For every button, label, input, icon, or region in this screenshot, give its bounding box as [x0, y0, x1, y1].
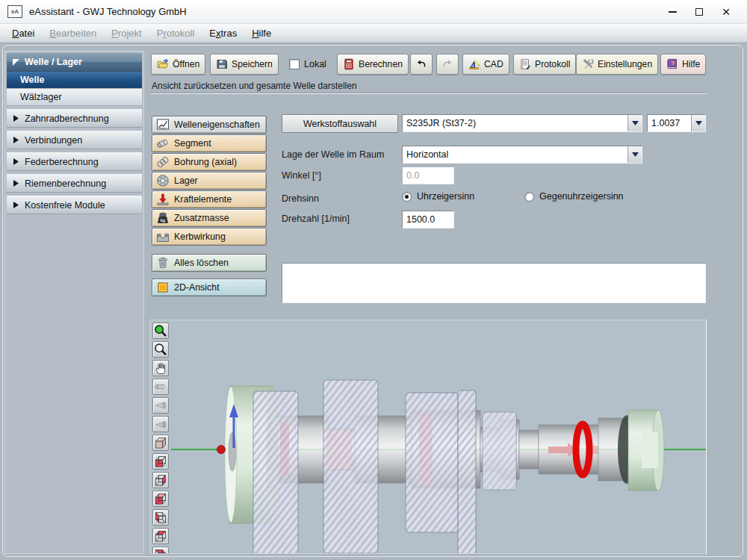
undo-button[interactable]: [410, 54, 433, 75]
sidebar-item-welle[interactable]: Welle: [7, 72, 142, 89]
pan-button[interactable]: [152, 360, 169, 376]
radio-icon[interactable]: [402, 192, 412, 202]
sidebar-section-federberechnung[interactable]: Federberechnung: [7, 152, 142, 171]
redo-icon: [441, 58, 453, 70]
help-button[interactable]: ? Hilfe: [660, 54, 706, 75]
close-button[interactable]: ×: [713, 1, 740, 23]
menu-item-datei[interactable]: Datei: [4, 25, 42, 41]
chevron-down-icon[interactable]: [627, 115, 642, 131]
material-select-button[interactable]: Werkstoffauswahl: [282, 114, 398, 133]
cylinder-icon: [156, 137, 170, 150]
triangle-collapsed-icon: [12, 158, 19, 165]
sidebar-section-verbindungen[interactable]: Verbindungen: [7, 131, 142, 149]
material-number-dropdown[interactable]: 1.0037: [647, 114, 706, 132]
tool-button-label: Welleneigenschaften: [174, 119, 260, 130]
radio-icon[interactable]: [524, 192, 534, 202]
sidebar-item-label: Wälzlager: [20, 92, 62, 102]
info-textarea[interactable]: [282, 263, 706, 303]
menu-item-extras[interactable]: Extras: [202, 25, 244, 41]
cube-top-button[interactable]: [152, 528, 169, 544]
sidebar-section-riemenberechnung[interactable]: Riemenberechnung: [7, 174, 142, 193]
sidebar-item-waelzlager[interactable]: Wälzlager: [7, 89, 142, 106]
origin-marker: [217, 446, 226, 454]
zoom-all-button[interactable]: [152, 323, 169, 339]
cube-front-b-button[interactable]: [152, 491, 169, 507]
cube-top-icon: [153, 529, 168, 544]
chart-icon: [156, 118, 170, 131]
triangle-collapsed-icon: [12, 137, 19, 143]
redo-button: [436, 54, 459, 75]
square2d-icon: [156, 281, 170, 294]
chevron-down-icon[interactable]: [627, 146, 642, 163]
sidebar: Welle / LagerWelleWälzlagerZahnradberech…: [4, 51, 144, 554]
rotation-option-ccw[interactable]: Gegenuhrzeigersinn: [524, 191, 624, 202]
maximize-button[interactable]: [686, 1, 713, 23]
triangle-collapsed-icon: [12, 180, 19, 187]
cube-right-button[interactable]: [152, 472, 169, 488]
chevron-down-icon[interactable]: [691, 115, 705, 131]
mass-icon: kg: [156, 211, 170, 225]
cylinder-view-icon: [153, 379, 168, 394]
window-controls: ×: [659, 1, 740, 23]
help-book-icon: ?: [666, 58, 678, 70]
lokal-checkbox[interactable]: [289, 59, 300, 69]
cube-left-button[interactable]: [152, 509, 169, 526]
cad-button[interactable]: CAD: [462, 54, 509, 75]
sidebar-section-kostenfreie-module[interactable]: Kostenfreie Module: [7, 196, 142, 214]
cone-right-button[interactable]: [152, 397, 169, 414]
cone-left-button[interactable]: [152, 416, 169, 432]
cube-front-button[interactable]: [152, 453, 169, 470]
cube-right-icon: [153, 473, 168, 488]
menu-bar: DateiBearbeitenProjektProtokollExtrasHil…: [0, 24, 747, 43]
angle-field: 0.0: [402, 167, 454, 184]
sidebar-section-label: Zahnradberechnung: [25, 113, 109, 124]
tool-button-label: Kerbwirkung: [174, 231, 226, 242]
speed-field[interactable]: 1500.0: [402, 211, 454, 228]
tools-settings-icon: [582, 58, 594, 70]
cad-drafting-icon: [468, 58, 480, 70]
open-button[interactable]: Öffnen: [151, 54, 205, 75]
calculate-button[interactable]: Berechnen: [337, 54, 409, 75]
orientation-dropdown[interactable]: Horizontal: [402, 146, 642, 164]
cylinder-view-button[interactable]: [152, 379, 169, 395]
sidebar-section-label: Kostenfreie Module: [25, 200, 105, 211]
tool-button-welleneigenschaften[interactable]: Welleneigenschaften: [152, 116, 267, 134]
menu-item-protokoll: Protokoll: [149, 25, 202, 41]
tool-button-2d-ansicht[interactable]: 2D-Ansicht: [152, 279, 267, 296]
minimize-button[interactable]: [659, 1, 686, 23]
toolbar-divider: [151, 93, 707, 94]
window-title: eAssistant - GWJ Technology GmbH: [29, 6, 187, 17]
tool-button-alles-loeschen[interactable]: Alles löschen: [152, 254, 267, 272]
coil-icon: [156, 155, 170, 169]
shaft-3d-scene[interactable]: [171, 320, 707, 554]
zoom-window-button[interactable]: [152, 341, 169, 358]
iso-cube-button[interactable]: [152, 435, 169, 451]
cube-top-b-button[interactable]: [152, 547, 169, 554]
sidebar-section-label: Verbindungen: [25, 135, 82, 146]
sidebar-item-label: Welle: [20, 75, 44, 85]
triangle-collapsed-icon: [12, 115, 19, 122]
orientation-label: Lage der Welle im Raum: [282, 149, 384, 160]
speed-label: Drehzahl [1/min]: [282, 214, 350, 224]
tool-button-bohrung-axial[interactable]: Bohrung (axial): [152, 153, 267, 171]
tool-button-lager[interactable]: Lager: [152, 172, 267, 190]
settings-button[interactable]: Einstellungen: [576, 54, 658, 75]
undo-icon: [415, 58, 427, 70]
save-button[interactable]: Speichern: [210, 54, 279, 75]
rotation-option-cw[interactable]: Uhrzeigersinn: [402, 191, 474, 202]
tool-button-kerbwirkung[interactable]: Kerbwirkung: [152, 228, 267, 246]
protokoll-button[interactable]: Protokoll: [513, 54, 576, 75]
material-dropdown[interactable]: S235JR (St37-2): [402, 114, 642, 132]
triangle-collapsed-icon: [12, 202, 19, 208]
menu-item-bearbeiten: Bearbeiten: [42, 25, 104, 41]
cone-left-icon: [153, 417, 168, 432]
tool-button-label: 2D-Ansicht: [174, 282, 220, 293]
sidebar-section-welle-lager[interactable]: Welle / Lager: [7, 53, 142, 72]
cube-left-icon: [153, 510, 168, 525]
menu-item-hilfe[interactable]: Hilfe: [244, 25, 279, 41]
tool-button-kraftelemente[interactable]: Kraftelemente: [152, 190, 267, 208]
tool-button-zusatzmasse[interactable]: kgZusatzmasse: [152, 209, 267, 227]
3d-viewport[interactable]: [149, 320, 707, 554]
sidebar-section-zahnradberechnung[interactable]: Zahnradberechnung: [7, 109, 142, 128]
tool-button-segment[interactable]: Segment: [152, 134, 267, 152]
